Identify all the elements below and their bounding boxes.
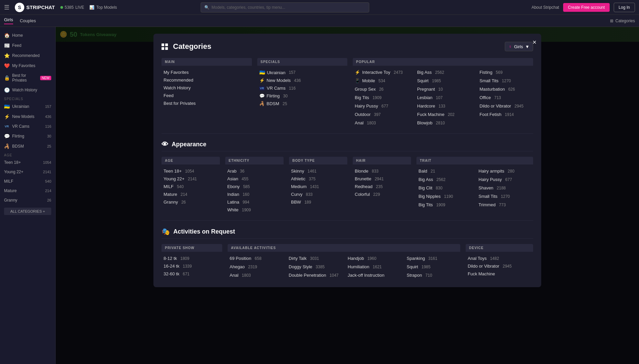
create-account-button[interactable]: Create Free account [563, 3, 609, 12]
cat-item-mobile[interactable]: 📱 Mobile 534 [353, 77, 408, 85]
sidebar-item-home[interactable]: 🏠 Home [0, 30, 55, 40]
cat-item-ebony[interactable]: Ebony585 [225, 183, 284, 190]
cat-item-foot-fetish[interactable]: Foot Fetish 1914 [477, 111, 533, 118]
cat-item-big-tits[interactable]: Big Tits 1909 [353, 94, 408, 101]
subnav-girls[interactable]: Girls [4, 17, 13, 24]
sidebar-item-granny[interactable]: Granny 26 [0, 195, 55, 205]
cat-item-69position[interactable]: 69 Position658 [228, 254, 283, 262]
cat-item-white[interactable]: White1909 [225, 206, 284, 214]
cat-item-milf[interactable]: MILF540 [162, 183, 220, 190]
cat-item-doggy-style[interactable]: Doggy Style3385 [287, 263, 342, 271]
cat-item-curvy[interactable]: Curvy833 [289, 190, 347, 198]
cat-item-bbw[interactable]: BBW189 [289, 198, 347, 206]
cat-item-teen18[interactable]: Teen 18+1054 [162, 167, 220, 175]
sidebar-item-vr-cams[interactable]: VR VR Cams 116 [0, 122, 55, 131]
cat-item-shaven[interactable]: Shaven2188 [476, 184, 533, 192]
sidebar-item-mature[interactable]: Mature 214 [0, 186, 55, 195]
cat-item-lesbian[interactable]: Lesbian 107 [415, 94, 471, 101]
sidebar-item-watch-history[interactable]: 🕐 Watch History [0, 85, 55, 95]
sidebar-item-milf[interactable]: MILF 540 [0, 177, 55, 186]
cat-item-big-clit[interactable]: Big Clit830 [416, 184, 473, 192]
sidebar-item-flirting[interactable]: 💬 Flirting 30 [0, 131, 55, 141]
login-button[interactable]: Log In [614, 3, 635, 12]
cat-item-my-favorites[interactable]: My Favorites [162, 68, 252, 76]
cat-item-interactive-toy[interactable]: ⚡ Interactive Toy 2473 [353, 68, 408, 76]
cat-item-dirty-talk[interactable]: Dirty Talk3031 [287, 254, 342, 262]
cat-item-anal-act[interactable]: Anal1803 [228, 271, 283, 279]
cat-item-athletic[interactable]: Athletic375 [289, 175, 347, 183]
cat-item-double-penetration[interactable]: Double Penetration1047 [287, 271, 342, 279]
sidebar-item-best-privates[interactable]: 🔒 Best for Privates NEW [0, 71, 55, 85]
cat-item-brunette[interactable]: Brunette2941 [353, 175, 411, 183]
cat-item-blowjob[interactable]: Blowjob 2810 [415, 119, 471, 127]
cat-item-anal-toys[interactable]: Anal Toys1482 [466, 254, 533, 262]
cat-item-humiliation[interactable]: Humiliation1621 [346, 263, 401, 271]
cat-item-fisting[interactable]: Fisting 569 [477, 68, 533, 76]
sidebar-item-favorites[interactable]: ❤️ My Favorites [0, 61, 55, 71]
cat-item-skinny[interactable]: Skinny1461 [289, 167, 347, 175]
cat-item-8-12tk[interactable]: 8-12 tk1809 [162, 254, 222, 262]
cat-item-jackoff[interactable]: Jack-off Instruction [346, 271, 401, 279]
hamburger-menu[interactable]: ☰ [4, 4, 9, 11]
cat-item-small-tits-trait[interactable]: Small Tits1270 [476, 192, 533, 200]
cat-item-handjob[interactable]: Handjob1960 [346, 254, 401, 262]
search-bar[interactable]: 🔍 Models, categories, countries, tip men… [201, 2, 369, 12]
cat-item-young22[interactable]: Young 22+2141 [162, 175, 220, 183]
sidebar-item-ukrainian[interactable]: 🇺🇦 Ukrainian 157 [0, 101, 55, 112]
cat-item-hairy-armpits[interactable]: Hairy armpits280 [476, 167, 533, 175]
cat-item-ukrainian[interactable]: 🇺🇦 Ukrainian 157 [257, 68, 348, 77]
cat-item-office[interactable]: Office 713 [477, 94, 533, 101]
categories-link[interactable]: ⊞ Categories [610, 19, 635, 23]
cat-item-masturbation[interactable]: Masturbation 626 [477, 85, 533, 93]
cat-item-asian[interactable]: Asian455 [225, 175, 284, 183]
cat-item-trimmed[interactable]: Trimmed773 [476, 201, 533, 209]
cat-item-outdoor[interactable]: Outdoor 397 [353, 111, 408, 118]
cat-item-group-sex[interactable]: Group Sex 26 [353, 85, 408, 93]
filter-dropdown[interactable]: ♀ Girls ▼ [505, 42, 533, 51]
cat-item-redhead[interactable]: Redhead235 [353, 183, 411, 190]
cat-item-ahegao[interactable]: Ahegao2319 [228, 263, 283, 271]
cat-item-indian[interactable]: Indian160 [225, 190, 284, 198]
cat-item-vr-cams[interactable]: VR VR Cams 116 [257, 84, 348, 92]
sidebar-item-young[interactable]: Young 22+ 2141 [0, 167, 55, 177]
cat-item-watch-history[interactable]: Watch History [162, 84, 252, 92]
cat-item-granny[interactable]: Granny26 [162, 198, 220, 206]
subnav-couples[interactable]: Couples [20, 18, 36, 23]
cat-item-mature[interactable]: Mature214 [162, 190, 220, 198]
cat-item-32-60tk[interactable]: 32-60 tk671 [162, 270, 222, 278]
cat-item-big-tits-trait[interactable]: Big Tits1909 [416, 201, 473, 209]
cat-item-feed[interactable]: Feed [162, 92, 252, 99]
sidebar-item-recommended[interactable]: ⭐ Recommended [0, 51, 55, 61]
cat-item-fuck-machine[interactable]: Fuck Machine 202 [415, 111, 471, 118]
cat-item-arab[interactable]: Arab36 [225, 167, 284, 175]
cat-item-small-tits[interactable]: Small Tits 1270 [477, 77, 533, 85]
cat-item-squirt-act[interactable]: Squirt1985 [405, 263, 460, 271]
cat-item-new-models[interactable]: ⚡ New Models 436 [257, 77, 348, 84]
cat-item-big-nipples[interactable]: Big Nipples1190 [416, 192, 473, 200]
cat-item-anal[interactable]: Anal 1803 [353, 119, 408, 127]
cat-item-hairy-pussy[interactable]: Hairy Pussy 677 [353, 102, 408, 110]
sidebar-item-teen[interactable]: Teen 18+ 1054 [0, 158, 55, 167]
all-categories-button[interactable]: ALL CATEGORIES + [0, 205, 55, 218]
cat-item-hardcore[interactable]: Hardcore 133 [415, 102, 471, 110]
about-link[interactable]: About Stripchat [531, 5, 559, 10]
cat-item-16-24tk[interactable]: 16-24 tk1339 [162, 262, 222, 270]
cat-item-colorful[interactable]: Colorful229 [353, 190, 411, 198]
cat-item-dildo-vibrator[interactable]: Dildo or Vibrator 2945 [477, 102, 533, 110]
cat-item-strapon[interactable]: Strapon710 [405, 271, 460, 279]
cat-item-squirt[interactable]: Squirt 1985 [415, 77, 471, 85]
cat-item-hairy-pussy-trait[interactable]: Hairy Pussy677 [476, 176, 533, 183]
modal-close-button[interactable]: × [532, 38, 536, 46]
cat-item-pregnant[interactable]: Pregnant 10 [415, 85, 471, 93]
cat-item-best-for-privates[interactable]: Best for Privates [162, 99, 252, 107]
cat-item-spanking[interactable]: Spanking3161 [405, 254, 460, 262]
cat-item-bdsm[interactable]: 🦂 BDSM 25 [257, 100, 348, 108]
cat-item-dildo-vibrator-dev[interactable]: Dildo or Vibrator2945 [466, 262, 533, 270]
cat-item-recommended[interactable]: Recommended [162, 76, 252, 84]
cat-item-big-ass-trait[interactable]: Big Ass2562 [416, 176, 473, 183]
cat-item-blonde[interactable]: Blonde833 [353, 167, 411, 175]
cat-item-big-ass[interactable]: Big Ass 2562 [415, 68, 471, 76]
sidebar-item-bdsm[interactable]: 🦂 BDSM 25 [0, 141, 55, 151]
cat-item-bald[interactable]: Bald21 [416, 167, 473, 175]
sidebar-item-feed[interactable]: 📰 Feed [0, 40, 55, 51]
